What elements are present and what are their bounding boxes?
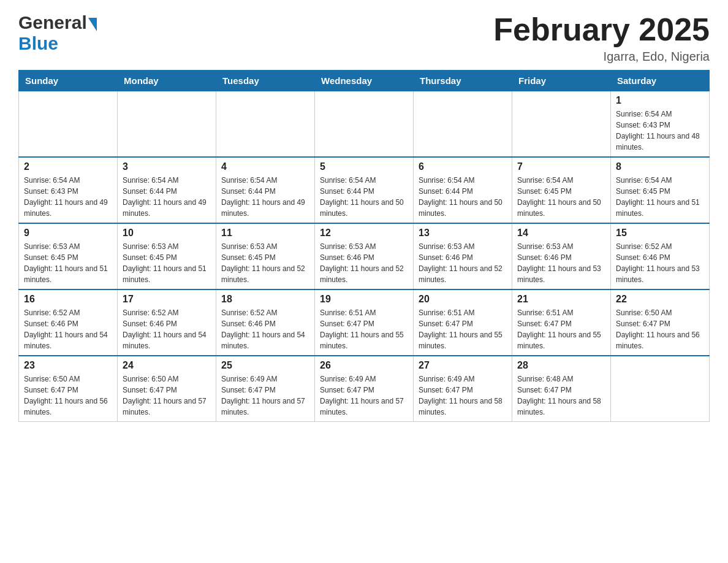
calendar-week-row: 16Sunrise: 6:52 AMSunset: 6:46 PMDayligh… xyxy=(19,289,710,356)
calendar-day-cell: 22Sunrise: 6:50 AMSunset: 6:47 PMDayligh… xyxy=(611,289,710,356)
col-sunday: Sunday xyxy=(19,71,118,91)
calendar-day-cell: 24Sunrise: 6:50 AMSunset: 6:47 PMDayligh… xyxy=(118,356,216,422)
calendar-week-row: 23Sunrise: 6:50 AMSunset: 6:47 PMDayligh… xyxy=(19,356,710,422)
calendar-day-cell: 23Sunrise: 6:50 AMSunset: 6:47 PMDayligh… xyxy=(19,356,118,422)
calendar-day-cell: 14Sunrise: 6:53 AMSunset: 6:46 PMDayligh… xyxy=(512,223,611,289)
calendar-day-cell: 9Sunrise: 6:53 AMSunset: 6:45 PMDaylight… xyxy=(19,223,118,289)
day-number: 23 xyxy=(24,360,112,371)
day-info: Sunrise: 6:54 AMSunset: 6:45 PMDaylight:… xyxy=(616,175,704,219)
day-number: 12 xyxy=(320,228,408,239)
calendar-day-cell: 26Sunrise: 6:49 AMSunset: 6:47 PMDayligh… xyxy=(315,356,414,422)
col-thursday: Thursday xyxy=(414,71,512,91)
calendar-week-row: 2Sunrise: 6:54 AMSunset: 6:43 PMDaylight… xyxy=(19,157,710,223)
day-info: Sunrise: 6:53 AMSunset: 6:46 PMDaylight:… xyxy=(419,241,507,285)
calendar-day-cell: 3Sunrise: 6:54 AMSunset: 6:44 PMDaylight… xyxy=(118,157,216,223)
calendar-week-row: 1Sunrise: 6:54 AMSunset: 6:43 PMDaylight… xyxy=(19,91,710,158)
day-info: Sunrise: 6:50 AMSunset: 6:47 PMDaylight:… xyxy=(24,373,112,418)
day-info: Sunrise: 6:49 AMSunset: 6:47 PMDaylight:… xyxy=(320,373,408,418)
calendar-day-cell: 20Sunrise: 6:51 AMSunset: 6:47 PMDayligh… xyxy=(414,289,512,356)
calendar-day-cell: 28Sunrise: 6:48 AMSunset: 6:47 PMDayligh… xyxy=(512,356,611,422)
page-header: General Blue February 2025 Igarra, Edo, … xyxy=(18,12,710,64)
col-saturday: Saturday xyxy=(611,71,710,91)
day-number: 8 xyxy=(616,161,704,172)
calendar-day-cell: 19Sunrise: 6:51 AMSunset: 6:47 PMDayligh… xyxy=(315,289,414,356)
calendar-week-row: 9Sunrise: 6:53 AMSunset: 6:45 PMDaylight… xyxy=(19,223,710,289)
day-number: 13 xyxy=(419,228,507,239)
day-number: 20 xyxy=(419,294,507,305)
day-info: Sunrise: 6:52 AMSunset: 6:46 PMDaylight:… xyxy=(24,307,112,351)
day-number: 3 xyxy=(123,161,211,172)
col-friday: Friday xyxy=(512,71,611,91)
calendar-day-cell: 6Sunrise: 6:54 AMSunset: 6:44 PMDaylight… xyxy=(414,157,512,223)
day-info: Sunrise: 6:49 AMSunset: 6:47 PMDaylight:… xyxy=(419,373,507,418)
day-info: Sunrise: 6:53 AMSunset: 6:45 PMDaylight:… xyxy=(123,241,211,285)
day-info: Sunrise: 6:51 AMSunset: 6:47 PMDaylight:… xyxy=(320,307,408,351)
day-number: 18 xyxy=(221,294,309,305)
calendar-day-cell: 18Sunrise: 6:52 AMSunset: 6:46 PMDayligh… xyxy=(216,289,315,356)
day-number: 16 xyxy=(24,294,112,305)
day-info: Sunrise: 6:54 AMSunset: 6:45 PMDaylight:… xyxy=(517,175,605,219)
logo-general-text: General xyxy=(18,12,87,33)
calendar-day-cell: 2Sunrise: 6:54 AMSunset: 6:43 PMDaylight… xyxy=(19,157,118,223)
day-number: 15 xyxy=(616,228,704,239)
calendar-day-cell: 17Sunrise: 6:52 AMSunset: 6:46 PMDayligh… xyxy=(118,289,216,356)
day-number: 27 xyxy=(419,360,507,371)
day-number: 19 xyxy=(320,294,408,305)
day-info: Sunrise: 6:54 AMSunset: 6:44 PMDaylight:… xyxy=(320,175,408,219)
day-number: 9 xyxy=(24,228,112,239)
day-info: Sunrise: 6:52 AMSunset: 6:46 PMDaylight:… xyxy=(616,241,704,285)
month-title: February 2025 xyxy=(493,12,710,47)
calendar-day-cell: 13Sunrise: 6:53 AMSunset: 6:46 PMDayligh… xyxy=(414,223,512,289)
calendar-day-cell xyxy=(19,91,118,158)
calendar-day-cell: 5Sunrise: 6:54 AMSunset: 6:44 PMDaylight… xyxy=(315,157,414,223)
day-info: Sunrise: 6:53 AMSunset: 6:45 PMDaylight:… xyxy=(24,241,112,285)
day-info: Sunrise: 6:52 AMSunset: 6:46 PMDaylight:… xyxy=(221,307,309,351)
day-info: Sunrise: 6:49 AMSunset: 6:47 PMDaylight:… xyxy=(221,373,309,418)
day-info: Sunrise: 6:53 AMSunset: 6:46 PMDaylight:… xyxy=(320,241,408,285)
day-info: Sunrise: 6:51 AMSunset: 6:47 PMDaylight:… xyxy=(419,307,507,351)
day-info: Sunrise: 6:54 AMSunset: 6:44 PMDaylight:… xyxy=(221,175,309,219)
calendar-day-cell xyxy=(512,91,611,158)
calendar-day-cell: 8Sunrise: 6:54 AMSunset: 6:45 PMDaylight… xyxy=(611,157,710,223)
calendar-table: Sunday Monday Tuesday Wednesday Thursday… xyxy=(18,70,710,422)
logo-blue-text: Blue xyxy=(18,33,58,54)
calendar-day-cell: 1Sunrise: 6:54 AMSunset: 6:43 PMDaylight… xyxy=(611,91,710,158)
day-number: 22 xyxy=(616,294,704,305)
day-info: Sunrise: 6:54 AMSunset: 6:43 PMDaylight:… xyxy=(24,175,112,219)
calendar-day-cell xyxy=(118,91,216,158)
location-label: Igarra, Edo, Nigeria xyxy=(493,50,710,64)
calendar-day-cell: 7Sunrise: 6:54 AMSunset: 6:45 PMDaylight… xyxy=(512,157,611,223)
calendar-day-cell xyxy=(216,91,315,158)
col-monday: Monday xyxy=(118,71,216,91)
day-number: 1 xyxy=(616,95,704,106)
day-number: 17 xyxy=(123,294,211,305)
day-number: 2 xyxy=(24,161,112,172)
day-info: Sunrise: 6:52 AMSunset: 6:46 PMDaylight:… xyxy=(123,307,211,351)
calendar-day-cell: 4Sunrise: 6:54 AMSunset: 6:44 PMDaylight… xyxy=(216,157,315,223)
logo: General Blue xyxy=(18,12,97,54)
day-number: 6 xyxy=(419,161,507,172)
day-number: 4 xyxy=(221,161,309,172)
day-number: 28 xyxy=(517,360,605,371)
calendar-day-cell: 11Sunrise: 6:53 AMSunset: 6:45 PMDayligh… xyxy=(216,223,315,289)
day-number: 25 xyxy=(221,360,309,371)
day-info: Sunrise: 6:51 AMSunset: 6:47 PMDaylight:… xyxy=(517,307,605,351)
day-number: 7 xyxy=(517,161,605,172)
day-number: 11 xyxy=(221,228,309,239)
day-info: Sunrise: 6:53 AMSunset: 6:45 PMDaylight:… xyxy=(221,241,309,285)
col-tuesday: Tuesday xyxy=(216,71,315,91)
day-info: Sunrise: 6:54 AMSunset: 6:44 PMDaylight:… xyxy=(123,175,211,219)
day-info: Sunrise: 6:48 AMSunset: 6:47 PMDaylight:… xyxy=(517,373,605,418)
calendar-day-cell xyxy=(611,356,710,422)
day-number: 10 xyxy=(123,228,211,239)
calendar-day-cell xyxy=(315,91,414,158)
day-number: 5 xyxy=(320,161,408,172)
calendar-day-cell: 16Sunrise: 6:52 AMSunset: 6:46 PMDayligh… xyxy=(19,289,118,356)
calendar-header-row: Sunday Monday Tuesday Wednesday Thursday… xyxy=(19,71,710,91)
day-number: 21 xyxy=(517,294,605,305)
calendar-day-cell: 25Sunrise: 6:49 AMSunset: 6:47 PMDayligh… xyxy=(216,356,315,422)
title-block: February 2025 Igarra, Edo, Nigeria xyxy=(493,12,710,64)
day-number: 14 xyxy=(517,228,605,239)
day-info: Sunrise: 6:50 AMSunset: 6:47 PMDaylight:… xyxy=(123,373,211,418)
day-number: 24 xyxy=(123,360,211,371)
